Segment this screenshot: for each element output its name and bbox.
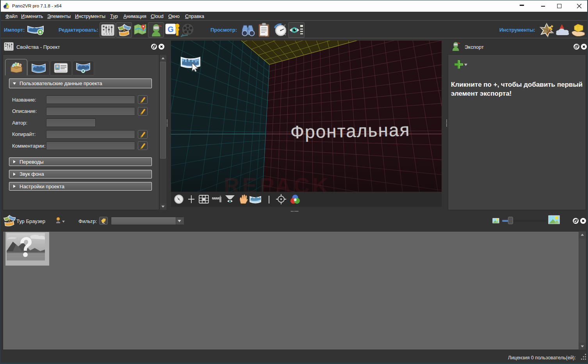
svg-text:G: G [167,25,174,34]
